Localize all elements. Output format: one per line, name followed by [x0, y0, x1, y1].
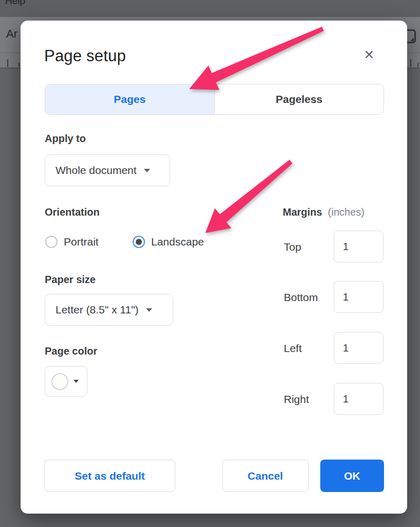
radio-selected-icon[interactable] [133, 236, 145, 248]
apply-to-value: Whole document [56, 164, 137, 177]
ok-button[interactable]: OK [320, 460, 384, 492]
close-icon[interactable]: ✕ [360, 45, 378, 64]
set-as-default-button[interactable]: Set as default [44, 460, 175, 492]
radio-unselected-icon[interactable] [45, 236, 58, 248]
paper-size-dropdown[interactable]: Letter (8.5" x 11") [45, 294, 173, 326]
ruler-tick [417, 63, 418, 67]
paper-size-label: Paper size [45, 274, 96, 286]
margin-left-label: Left [284, 342, 302, 355]
page-color-picker[interactable] [45, 366, 87, 397]
margins-label: Margins (inches) [283, 206, 364, 218]
margins-unit-text: (inches) [328, 206, 364, 218]
paper-size-value: Letter (8.5" x 11") [56, 304, 139, 316]
margin-top-input[interactable] [334, 231, 384, 262]
margins-label-text: Margins [283, 206, 322, 218]
ruler-tick [19, 63, 20, 67]
chevron-down-icon [144, 169, 150, 172]
menu-item-help[interactable]: Help [5, 0, 25, 7]
ruler-tick [7, 59, 8, 67]
apply-to-label: Apply to [45, 133, 86, 145]
screen: Help Ar Page setup ✕ Pages Pageless Appl… [0, 0, 420, 527]
apply-to-dropdown[interactable]: Whole document [45, 154, 170, 186]
radio-portrait-label: Portrait [64, 236, 99, 248]
ruler-tick [410, 59, 411, 67]
radio-landscape[interactable]: Landscape [133, 236, 204, 248]
margin-left-input[interactable] [334, 332, 384, 364]
chevron-down-icon [74, 380, 79, 383]
tab-pages[interactable]: Pages [45, 84, 214, 114]
margin-right-input[interactable] [334, 383, 384, 415]
tab-bar: Pages Pageless [45, 84, 384, 115]
margin-bottom-label: Bottom [284, 291, 318, 304]
page-setup-dialog: Page setup ✕ Pages Pageless Apply to Who… [21, 21, 407, 514]
page-color-label: Page color [45, 345, 97, 357]
cancel-button[interactable]: Cancel [222, 460, 308, 492]
margin-bottom-input[interactable] [334, 281, 384, 313]
radio-portrait[interactable]: Portrait [45, 236, 99, 248]
orientation-label: Orientation [45, 206, 100, 218]
color-swatch-white-icon [51, 373, 68, 390]
font-family-selector[interactable]: Ar [6, 27, 17, 41]
dialog-title: Page setup [44, 47, 126, 65]
chevron-down-icon [146, 308, 152, 312]
margins-unit-note: (inches) [325, 206, 364, 218]
radio-landscape-label: Landscape [151, 236, 204, 248]
margin-right-label: Right [284, 393, 309, 406]
app-menu-bar: Help [0, 0, 420, 17]
tab-pageless[interactable]: Pageless [214, 84, 384, 114]
margin-top-label: Top [284, 241, 301, 253]
